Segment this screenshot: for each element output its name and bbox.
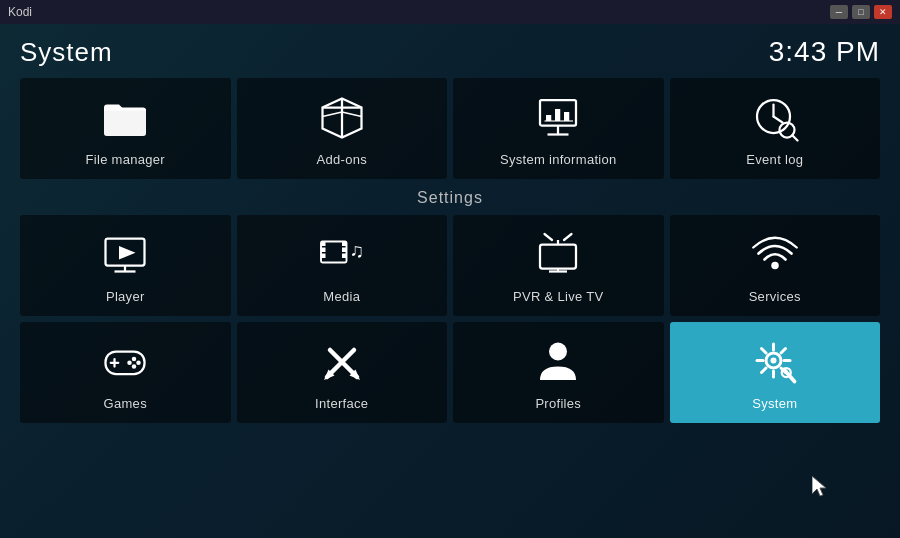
- pvr-live-tv-icon: [532, 229, 584, 281]
- titlebar-controls: ─ □ ✕: [830, 5, 892, 19]
- header: System 3:43 PM: [20, 36, 880, 68]
- close-button[interactable]: ✕: [874, 5, 892, 19]
- grid-item-player[interactable]: Player: [20, 215, 231, 316]
- svg-rect-29: [342, 254, 347, 259]
- minimize-button[interactable]: ─: [830, 5, 848, 19]
- svg-point-49: [549, 343, 567, 361]
- svg-line-56: [761, 349, 766, 354]
- services-label: Services: [749, 289, 801, 304]
- svg-point-42: [137, 361, 142, 366]
- file-manager-label: File manager: [86, 152, 165, 167]
- svg-rect-1: [104, 111, 146, 137]
- svg-point-43: [132, 364, 137, 369]
- grid-item-interface[interactable]: Interface: [237, 322, 448, 423]
- interface-label: Interface: [315, 396, 368, 411]
- system-icon: [749, 336, 801, 388]
- player-icon: [99, 229, 151, 281]
- svg-line-16: [773, 117, 782, 123]
- main-content: System 3:43 PM File manager: [0, 24, 900, 538]
- maximize-button[interactable]: □: [852, 5, 870, 19]
- titlebar: Kodi ─ □ ✕: [0, 0, 900, 24]
- svg-point-44: [128, 361, 133, 366]
- svg-line-59: [761, 368, 766, 373]
- clock-display: 3:43 PM: [769, 36, 880, 68]
- services-icon: [749, 229, 801, 281]
- svg-rect-11: [555, 109, 560, 121]
- svg-rect-25: [321, 248, 326, 253]
- grid-item-file-manager[interactable]: File manager: [20, 78, 231, 179]
- games-icon: [99, 336, 151, 388]
- top-grid: File manager Add-ons: [20, 78, 880, 179]
- svg-point-37: [771, 262, 779, 270]
- grid-item-games[interactable]: Games: [20, 322, 231, 423]
- page-title: System: [20, 37, 113, 68]
- media-icon: ♫: [316, 229, 368, 281]
- media-label: Media: [323, 289, 360, 304]
- grid-item-services[interactable]: Services: [670, 215, 881, 316]
- svg-rect-34: [540, 245, 576, 269]
- settings-grid-row2: Games Interface: [20, 322, 880, 423]
- titlebar-title: Kodi: [8, 5, 32, 19]
- svg-rect-24: [321, 242, 326, 247]
- profiles-label: Profiles: [535, 396, 581, 411]
- player-label: Player: [106, 289, 145, 304]
- event-log-icon: [749, 92, 801, 144]
- file-manager-icon: [99, 92, 151, 144]
- svg-line-31: [545, 234, 553, 240]
- pvr-live-tv-label: PVR & Live TV: [513, 289, 603, 304]
- svg-marker-22: [119, 246, 136, 260]
- svg-line-6: [342, 112, 362, 117]
- system-information-label: System information: [500, 152, 617, 167]
- system-information-icon: [532, 92, 584, 144]
- settings-grid-row1: Player ♫ Media: [20, 215, 880, 316]
- svg-rect-28: [342, 248, 347, 253]
- system-label: System: [752, 396, 797, 411]
- event-log-label: Event log: [746, 152, 803, 167]
- settings-section-label: Settings: [20, 189, 880, 207]
- add-ons-label: Add-ons: [316, 152, 367, 167]
- svg-line-32: [564, 234, 572, 240]
- grid-item-add-ons[interactable]: Add-ons: [237, 78, 448, 179]
- grid-item-system[interactable]: System: [670, 322, 881, 423]
- svg-point-51: [770, 358, 776, 364]
- svg-text:♫: ♫: [349, 239, 364, 261]
- svg-line-5: [322, 112, 342, 117]
- grid-item-system-information[interactable]: System information: [453, 78, 664, 179]
- grid-item-profiles[interactable]: Profiles: [453, 322, 664, 423]
- grid-item-media[interactable]: ♫ Media: [237, 215, 448, 316]
- svg-line-18: [792, 135, 797, 140]
- svg-rect-12: [564, 112, 569, 121]
- svg-line-58: [781, 349, 786, 354]
- svg-rect-27: [342, 242, 347, 247]
- svg-point-41: [132, 357, 137, 362]
- profiles-icon: [532, 336, 584, 388]
- interface-icon: [316, 336, 368, 388]
- svg-rect-10: [546, 115, 551, 121]
- add-ons-icon: [316, 92, 368, 144]
- grid-item-pvr-live-tv[interactable]: PVR & Live TV: [453, 215, 664, 316]
- games-label: Games: [104, 396, 147, 411]
- svg-rect-26: [321, 254, 326, 259]
- grid-item-event-log[interactable]: Event log: [670, 78, 881, 179]
